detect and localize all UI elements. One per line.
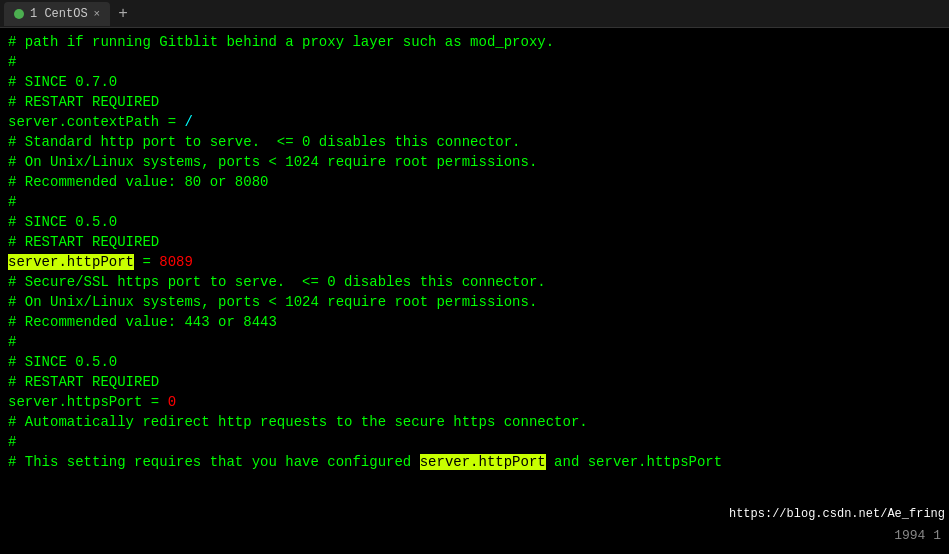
tab-close-button[interactable]: ×: [94, 8, 101, 20]
terminal-line: # Recommended value: 443 or 8443: [8, 312, 941, 332]
terminal-line: # SINCE 0.5.0: [8, 352, 941, 372]
tab-1-centos[interactable]: 1 CentOS ×: [4, 2, 110, 26]
tab-status-dot: [14, 9, 24, 19]
terminal-line: # RESTART REQUIRED: [8, 92, 941, 112]
terminal-line: #: [8, 52, 941, 72]
new-tab-button[interactable]: +: [112, 2, 134, 26]
terminal-line: #: [8, 192, 941, 212]
terminal-line: # Secure/SSL https port to serve. <= 0 d…: [8, 272, 941, 292]
terminal-line: #: [8, 432, 941, 452]
terminal-line: # On Unix/Linux systems, ports < 1024 re…: [8, 292, 941, 312]
terminal-line: # SINCE 0.5.0: [8, 212, 941, 232]
terminal-content: # path if running Gitblit behind a proxy…: [0, 28, 949, 554]
watermark-url: https://blog.csdn.net/Ae_fring: [725, 502, 949, 526]
terminal-line: # This setting requires that you have co…: [8, 452, 941, 472]
tab-bar: 1 CentOS × +: [0, 0, 949, 28]
terminal-line: server.httpsPort = 0: [8, 392, 941, 412]
terminal-line: # SINCE 0.7.0: [8, 72, 941, 92]
terminal-line: # On Unix/Linux systems, ports < 1024 re…: [8, 152, 941, 172]
terminal-line: # Automatically redirect http requests t…: [8, 412, 941, 432]
terminal-line: # RESTART REQUIRED: [8, 232, 941, 252]
line-number-indicator: 1994 1: [894, 526, 941, 546]
terminal-line: server.contextPath = /: [8, 112, 941, 132]
terminal-line: #: [8, 332, 941, 352]
terminal-line: # Standard http port to serve. <= 0 disa…: [8, 132, 941, 152]
terminal-line: # RESTART REQUIRED: [8, 372, 941, 392]
tab-label: 1 CentOS: [30, 7, 88, 21]
terminal-line: # Recommended value: 80 or 8080: [8, 172, 941, 192]
terminal-line: server.httpPort = 8089: [8, 252, 941, 272]
terminal-line: # path if running Gitblit behind a proxy…: [8, 32, 941, 52]
